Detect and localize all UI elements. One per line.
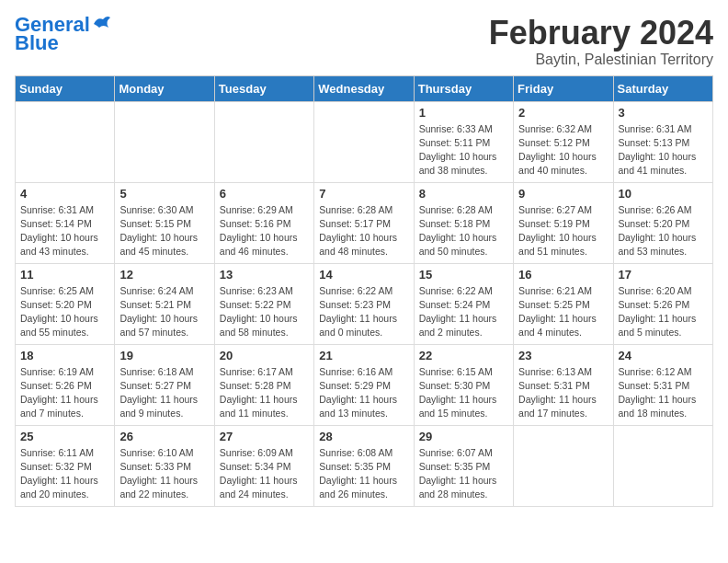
logo: General Blue <box>15 15 112 55</box>
calendar-table: SundayMondayTuesdayWednesdayThursdayFrid… <box>15 75 713 507</box>
cell-info: Sunrise: 6:26 AM Sunset: 5:20 PM Dayligh… <box>619 203 708 259</box>
calendar-cell <box>16 101 115 182</box>
calendar-cell: 26Sunrise: 6:10 AM Sunset: 5:33 PM Dayli… <box>115 425 214 506</box>
day-number: 6 <box>220 187 309 201</box>
header-row: SundayMondayTuesdayWednesdayThursdayFrid… <box>16 75 713 101</box>
calendar-cell <box>314 101 414 182</box>
header-day: Friday <box>514 75 613 101</box>
calendar-cell: 9Sunrise: 6:27 AM Sunset: 5:19 PM Daylig… <box>514 182 613 263</box>
cell-info: Sunrise: 6:31 AM Sunset: 5:13 PM Dayligh… <box>619 122 708 178</box>
cell-info: Sunrise: 6:20 AM Sunset: 5:26 PM Dayligh… <box>619 284 708 340</box>
cell-info: Sunrise: 6:28 AM Sunset: 5:17 PM Dayligh… <box>319 203 408 259</box>
calendar-cell: 21Sunrise: 6:16 AM Sunset: 5:29 PM Dayli… <box>314 344 414 425</box>
cell-info: Sunrise: 6:25 AM Sunset: 5:20 PM Dayligh… <box>20 284 109 340</box>
calendar-cell: 22Sunrise: 6:15 AM Sunset: 5:30 PM Dayli… <box>414 344 513 425</box>
cell-info: Sunrise: 6:32 AM Sunset: 5:12 PM Dayligh… <box>518 122 608 178</box>
cell-info: Sunrise: 6:28 AM Sunset: 5:18 PM Dayligh… <box>419 203 508 259</box>
cell-info: Sunrise: 6:31 AM Sunset: 5:14 PM Dayligh… <box>20 203 109 259</box>
calendar-cell: 25Sunrise: 6:11 AM Sunset: 5:32 PM Dayli… <box>16 425 115 506</box>
calendar-cell: 13Sunrise: 6:23 AM Sunset: 5:22 PM Dayli… <box>214 263 313 344</box>
page-title: February 2024 <box>489 15 713 52</box>
day-number: 22 <box>419 349 508 362</box>
day-number: 14 <box>319 268 408 282</box>
day-number: 19 <box>119 349 209 362</box>
calendar-cell: 8Sunrise: 6:28 AM Sunset: 5:18 PM Daylig… <box>414 182 513 263</box>
calendar-cell: 16Sunrise: 6:21 AM Sunset: 5:25 PM Dayli… <box>514 263 613 344</box>
calendar-week-row: 18Sunrise: 6:19 AM Sunset: 5:26 PM Dayli… <box>16 344 713 425</box>
cell-info: Sunrise: 6:12 AM Sunset: 5:31 PM Dayligh… <box>619 365 708 421</box>
day-number: 2 <box>518 106 608 120</box>
day-number: 23 <box>518 349 608 362</box>
day-number: 5 <box>119 187 209 201</box>
cell-info: Sunrise: 6:09 AM Sunset: 5:34 PM Dayligh… <box>220 446 309 502</box>
cell-info: Sunrise: 6:15 AM Sunset: 5:30 PM Dayligh… <box>419 365 508 421</box>
calendar-cell: 3Sunrise: 6:31 AM Sunset: 5:13 PM Daylig… <box>613 101 712 182</box>
day-number: 3 <box>619 106 708 120</box>
calendar-cell: 11Sunrise: 6:25 AM Sunset: 5:20 PM Dayli… <box>16 263 115 344</box>
page-header: General Blue February 2024 Baytin, Pales… <box>15 15 713 68</box>
cell-info: Sunrise: 6:08 AM Sunset: 5:35 PM Dayligh… <box>319 446 408 502</box>
calendar-cell: 24Sunrise: 6:12 AM Sunset: 5:31 PM Dayli… <box>613 344 712 425</box>
cell-info: Sunrise: 6:07 AM Sunset: 5:35 PM Dayligh… <box>419 446 508 502</box>
calendar-cell <box>514 425 613 506</box>
page-subtitle: Baytin, Palestinian Territory <box>489 52 713 68</box>
calendar-cell: 29Sunrise: 6:07 AM Sunset: 5:35 PM Dayli… <box>414 425 513 506</box>
day-number: 18 <box>20 349 109 362</box>
title-block: February 2024 Baytin, Palestinian Territ… <box>489 15 713 68</box>
calendar-cell: 28Sunrise: 6:08 AM Sunset: 5:35 PM Dayli… <box>314 425 414 506</box>
day-number: 16 <box>518 268 608 282</box>
calendar-cell: 27Sunrise: 6:09 AM Sunset: 5:34 PM Dayli… <box>214 425 313 506</box>
cell-info: Sunrise: 6:24 AM Sunset: 5:21 PM Dayligh… <box>119 284 209 340</box>
calendar-week-row: 11Sunrise: 6:25 AM Sunset: 5:20 PM Dayli… <box>16 263 713 344</box>
calendar-cell: 12Sunrise: 6:24 AM Sunset: 5:21 PM Dayli… <box>115 263 214 344</box>
day-number: 4 <box>20 187 109 201</box>
day-number: 12 <box>119 268 209 282</box>
day-number: 8 <box>419 187 508 201</box>
header-day: Sunday <box>16 75 115 101</box>
header-day: Monday <box>115 75 214 101</box>
calendar-cell: 5Sunrise: 6:30 AM Sunset: 5:15 PM Daylig… <box>115 182 214 263</box>
cell-info: Sunrise: 6:19 AM Sunset: 5:26 PM Dayligh… <box>20 365 109 421</box>
calendar-cell: 10Sunrise: 6:26 AM Sunset: 5:20 PM Dayli… <box>613 182 712 263</box>
cell-info: Sunrise: 6:11 AM Sunset: 5:32 PM Dayligh… <box>20 446 109 502</box>
day-number: 15 <box>419 268 508 282</box>
cell-info: Sunrise: 6:21 AM Sunset: 5:25 PM Dayligh… <box>518 284 608 340</box>
cell-info: Sunrise: 6:17 AM Sunset: 5:28 PM Dayligh… <box>220 365 309 421</box>
calendar-cell <box>115 101 214 182</box>
logo-bird-icon <box>92 15 112 33</box>
calendar-cell: 6Sunrise: 6:29 AM Sunset: 5:16 PM Daylig… <box>214 182 313 263</box>
calendar-body: 1Sunrise: 6:33 AM Sunset: 5:11 PM Daylig… <box>16 101 713 506</box>
header-day: Tuesday <box>214 75 313 101</box>
calendar-week-row: 25Sunrise: 6:11 AM Sunset: 5:32 PM Dayli… <box>16 425 713 506</box>
cell-info: Sunrise: 6:10 AM Sunset: 5:33 PM Dayligh… <box>119 446 209 502</box>
cell-info: Sunrise: 6:29 AM Sunset: 5:16 PM Dayligh… <box>220 203 309 259</box>
day-number: 13 <box>220 268 309 282</box>
calendar-cell: 1Sunrise: 6:33 AM Sunset: 5:11 PM Daylig… <box>414 101 513 182</box>
cell-info: Sunrise: 6:13 AM Sunset: 5:31 PM Dayligh… <box>518 365 608 421</box>
day-number: 29 <box>419 430 508 443</box>
calendar-cell <box>613 425 712 506</box>
cell-info: Sunrise: 6:16 AM Sunset: 5:29 PM Dayligh… <box>319 365 408 421</box>
day-number: 25 <box>20 430 109 443</box>
calendar-cell <box>214 101 313 182</box>
day-number: 1 <box>419 106 508 120</box>
calendar-cell: 20Sunrise: 6:17 AM Sunset: 5:28 PM Dayli… <box>214 344 313 425</box>
day-number: 26 <box>119 430 209 443</box>
cell-info: Sunrise: 6:18 AM Sunset: 5:27 PM Dayligh… <box>119 365 209 421</box>
day-number: 17 <box>619 268 708 282</box>
calendar-cell: 14Sunrise: 6:22 AM Sunset: 5:23 PM Dayli… <box>314 263 414 344</box>
calendar-cell: 23Sunrise: 6:13 AM Sunset: 5:31 PM Dayli… <box>514 344 613 425</box>
calendar-cell: 4Sunrise: 6:31 AM Sunset: 5:14 PM Daylig… <box>16 182 115 263</box>
day-number: 21 <box>319 349 408 362</box>
day-number: 27 <box>220 430 309 443</box>
calendar-week-row: 1Sunrise: 6:33 AM Sunset: 5:11 PM Daylig… <box>16 101 713 182</box>
calendar-cell: 19Sunrise: 6:18 AM Sunset: 5:27 PM Dayli… <box>115 344 214 425</box>
cell-info: Sunrise: 6:27 AM Sunset: 5:19 PM Dayligh… <box>518 203 608 259</box>
calendar-cell: 15Sunrise: 6:22 AM Sunset: 5:24 PM Dayli… <box>414 263 513 344</box>
calendar-cell: 7Sunrise: 6:28 AM Sunset: 5:17 PM Daylig… <box>314 182 414 263</box>
calendar-cell: 18Sunrise: 6:19 AM Sunset: 5:26 PM Dayli… <box>16 344 115 425</box>
cell-info: Sunrise: 6:22 AM Sunset: 5:23 PM Dayligh… <box>319 284 408 340</box>
day-number: 9 <box>518 187 608 201</box>
day-number: 28 <box>319 430 408 443</box>
calendar-cell: 2Sunrise: 6:32 AM Sunset: 5:12 PM Daylig… <box>514 101 613 182</box>
